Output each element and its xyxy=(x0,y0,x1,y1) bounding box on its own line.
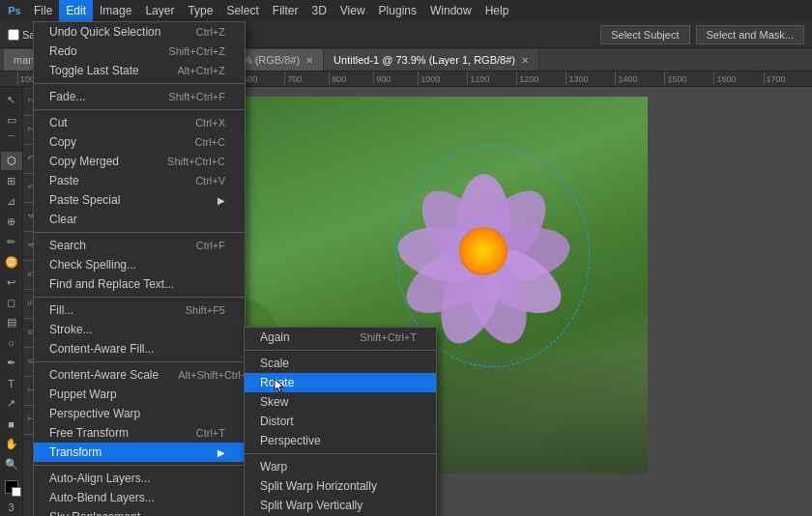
transform-perspective[interactable]: Perspective xyxy=(245,431,436,450)
tool-zoom[interactable]: 🔍 xyxy=(1,455,22,473)
tool-hand[interactable]: ✋ xyxy=(1,435,22,453)
tool-text[interactable]: T xyxy=(1,374,22,392)
ruler-tick-1200: 1200 xyxy=(516,72,566,87)
tool-history-brush[interactable]: ↩ xyxy=(1,273,22,292)
edit-copy[interactable]: Copy Ctrl+C xyxy=(34,132,245,152)
ruler-tick-900: 900 xyxy=(373,72,418,87)
tool-heal[interactable]: ⊕ xyxy=(1,213,22,231)
edit-cut[interactable]: Cut Ctrl+X xyxy=(34,113,245,132)
tab-untitled-label: Untitled-1 @ 73.9% (Layer 1, RGB/8#) xyxy=(334,54,515,66)
menu-bar: Ps File Edit Image Layer Type Select Fil… xyxy=(0,0,812,21)
edit-stroke[interactable]: Stroke... xyxy=(34,320,245,339)
edit-perspective-warp[interactable]: Perspective Warp xyxy=(34,404,245,423)
menu-type[interactable]: Type xyxy=(181,0,219,21)
edit-paste-special[interactable]: Paste Special ▶ xyxy=(34,190,245,210)
edit-search[interactable]: Search Ctrl+F xyxy=(34,236,245,255)
divider-5 xyxy=(34,361,245,362)
flower xyxy=(396,155,570,348)
transform-skew[interactable]: Skew xyxy=(245,392,436,412)
app-logo: Ps xyxy=(4,0,25,21)
edit-clear[interactable]: Clear xyxy=(34,210,245,229)
menu-select[interactable]: Select xyxy=(219,0,265,21)
tool-eraser[interactable]: ◻ xyxy=(1,294,22,312)
menu-view[interactable]: View xyxy=(334,0,372,21)
divider-4 xyxy=(34,297,245,298)
ruler-tick-600: 600 xyxy=(240,72,284,87)
menu-help[interactable]: Help xyxy=(478,0,516,21)
ruler-tick-1100: 1100 xyxy=(467,72,516,87)
transform-split-warp-v[interactable]: Split Warp Vertically xyxy=(245,496,436,515)
transform-scale[interactable]: Scale xyxy=(245,354,436,373)
select-and-mask-button[interactable]: Select and Mask... xyxy=(696,25,805,44)
ruler-tick-700: 700 xyxy=(284,72,329,87)
edit-fade[interactable]: Fade... Shift+Ctrl+F xyxy=(34,87,245,106)
menu-layer[interactable]: Layer xyxy=(138,0,181,21)
tool-brush[interactable]: ✏ xyxy=(1,233,22,251)
ruler-tick-1700: 1700 xyxy=(764,72,813,87)
divider-2 xyxy=(34,109,245,110)
transform-divider-2 xyxy=(245,453,436,454)
menu-filter[interactable]: Filter xyxy=(266,0,305,21)
tab-untitled-close[interactable]: ✕ xyxy=(521,55,529,66)
divider-1 xyxy=(34,83,245,84)
menu-file[interactable]: File xyxy=(27,0,59,21)
sample-all-layers-checkbox[interactable] xyxy=(8,29,19,41)
edit-content-aware-fill[interactable]: Content-Aware Fill... xyxy=(34,339,245,358)
tool-3d[interactable]: 3 xyxy=(1,498,22,516)
transform-again[interactable]: Again Shift+Ctrl+T xyxy=(245,328,436,347)
edit-transform[interactable]: Transform ▶ xyxy=(34,443,245,462)
tool-move[interactable]: ↖ xyxy=(1,91,22,109)
edit-undo[interactable]: Undo Quick Selection Ctrl+Z xyxy=(34,22,245,42)
flower-core xyxy=(459,227,508,275)
edit-toggle-last-state[interactable]: Toggle Last State Alt+Ctrl+Z xyxy=(34,61,245,80)
transform-submenu: Again Shift+Ctrl+T Scale Rotate Skew Dis… xyxy=(244,327,437,516)
edit-auto-blend-layers[interactable]: Auto-Blend Layers... xyxy=(34,488,245,507)
select-subject-button[interactable]: Select Subject xyxy=(600,25,689,44)
edit-paste[interactable]: Paste Ctrl+V xyxy=(34,171,245,190)
edit-puppet-warp[interactable]: Puppet Warp xyxy=(34,385,245,404)
menu-image[interactable]: Image xyxy=(93,0,138,21)
edit-content-aware-scale[interactable]: Content-Aware Scale Alt+Shift+Ctrl+C xyxy=(34,365,245,385)
tool-crop[interactable]: ⊞ xyxy=(1,172,22,190)
tool-pen[interactable]: ✒ xyxy=(1,354,22,372)
tool-marquee[interactable]: ▭ xyxy=(1,111,22,129)
tools-panel: ↖ ▭ ⌒ ⬡ ⊞ ⊿ ⊕ ✏ ♊ ↩ ◻ ▤ ○ ✒ T ↗ ■ ✋ 🔍 3 xyxy=(0,87,23,516)
tool-clone[interactable]: ♊ xyxy=(1,253,22,272)
menu-window[interactable]: Window xyxy=(423,0,478,21)
tool-foreground-color[interactable] xyxy=(1,477,22,496)
ruler-tick-1400: 1400 xyxy=(615,72,664,87)
tab-untitled[interactable]: Untitled-1 @ 73.9% (Layer 1, RGB/8#) ✕ xyxy=(324,49,539,71)
edit-free-transform[interactable]: Free Transform Ctrl+T xyxy=(34,423,245,443)
tab-main-image-close[interactable]: ✕ xyxy=(305,55,313,66)
ruler-tick-1500: 1500 xyxy=(664,72,713,87)
divider-3 xyxy=(34,232,245,233)
menu-plugins[interactable]: Plugins xyxy=(372,0,423,21)
tool-lasso[interactable]: ⌒ xyxy=(1,131,22,150)
ruler-tick-1000: 1000 xyxy=(418,72,467,87)
tool-quick-select[interactable]: ⬡ xyxy=(1,152,22,170)
edit-sky-replacement[interactable]: Sky Replacement... xyxy=(34,507,245,516)
edit-dropdown-menu: Undo Quick Selection Ctrl+Z Redo Shift+C… xyxy=(33,21,246,516)
transform-warp[interactable]: Warp xyxy=(245,457,436,476)
tool-dodge[interactable]: ○ xyxy=(1,333,22,352)
menu-3d[interactable]: 3D xyxy=(304,0,333,21)
tool-gradient[interactable]: ▤ xyxy=(1,313,22,331)
edit-fill[interactable]: Fill... Shift+F5 xyxy=(34,301,245,320)
ruler-tick-1600: 1600 xyxy=(713,72,763,87)
edit-redo[interactable]: Redo Shift+Ctrl+Z xyxy=(34,42,245,61)
divider-6 xyxy=(34,465,245,466)
edit-check-spelling[interactable]: Check Spelling... xyxy=(34,255,245,274)
tool-eyedropper[interactable]: ⊿ xyxy=(1,192,22,211)
tool-path-select[interactable]: ↗ xyxy=(1,394,22,413)
menu-edit[interactable]: Edit xyxy=(59,0,93,21)
edit-find-replace[interactable]: Find and Replace Text... xyxy=(34,274,245,294)
edit-copy-merged[interactable]: Copy Merged Shift+Ctrl+C xyxy=(34,152,245,171)
transform-divider-1 xyxy=(245,350,436,351)
ruler-tick-1300: 1300 xyxy=(566,72,615,87)
ruler-tick-800: 800 xyxy=(329,72,373,87)
edit-auto-align-layers[interactable]: Auto-Align Layers... xyxy=(34,469,245,488)
transform-split-warp-h[interactable]: Split Warp Horizontally xyxy=(245,476,436,496)
tool-shape[interactable]: ■ xyxy=(1,415,22,433)
transform-rotate[interactable]: Rotate xyxy=(245,373,436,392)
transform-distort[interactable]: Distort xyxy=(245,412,436,431)
